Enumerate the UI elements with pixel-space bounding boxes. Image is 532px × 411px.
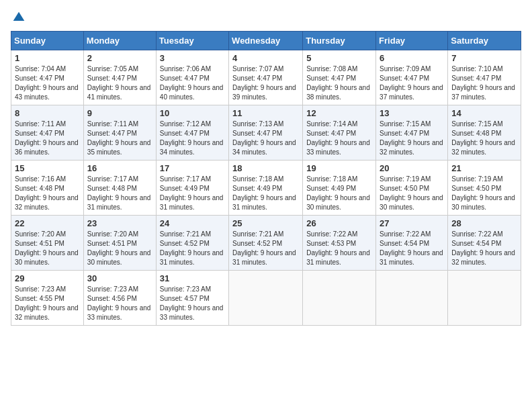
header-row: SundayMondayTuesdayWednesdayThursdayFrid… <box>11 32 521 50</box>
day-number: 16 <box>87 163 152 173</box>
day-info: Sunrise: 7:11 AM Sunset: 4:47 PM Dayligh… <box>87 120 151 156</box>
day-number: 29 <box>15 273 80 283</box>
day-cell: 17 Sunrise: 7:17 AM Sunset: 4:49 PM Dayl… <box>156 161 228 216</box>
page-header <box>11 11 521 24</box>
day-number: 28 <box>451 218 517 228</box>
day-info: Sunrise: 7:23 AM Sunset: 4:55 PM Dayligh… <box>15 285 79 321</box>
day-cell: 29 Sunrise: 7:23 AM Sunset: 4:55 PM Dayl… <box>11 271 84 326</box>
header-wednesday: Wednesday <box>229 32 303 50</box>
day-number: 27 <box>380 218 444 228</box>
day-number: 17 <box>160 163 225 173</box>
day-number: 8 <box>15 108 80 118</box>
day-cell: 9 Sunrise: 7:11 AM Sunset: 4:47 PM Dayli… <box>83 105 156 161</box>
day-cell: 31 Sunrise: 7:23 AM Sunset: 4:57 PM Dayl… <box>156 271 228 326</box>
day-number: 21 <box>451 163 517 173</box>
day-cell: 18 Sunrise: 7:18 AM Sunset: 4:49 PM Dayl… <box>229 161 303 216</box>
day-number: 26 <box>306 218 372 228</box>
day-number: 9 <box>87 108 152 118</box>
day-number: 23 <box>87 218 152 228</box>
day-number: 31 <box>160 273 225 283</box>
day-cell: 16 Sunrise: 7:17 AM Sunset: 4:48 PM Dayl… <box>83 161 156 216</box>
day-number: 2 <box>87 53 152 63</box>
day-info: Sunrise: 7:23 AM Sunset: 4:57 PM Dayligh… <box>160 285 224 321</box>
logo <box>11 11 26 24</box>
header-friday: Friday <box>376 32 448 50</box>
day-info: Sunrise: 7:22 AM Sunset: 4:54 PM Dayligh… <box>380 230 443 266</box>
day-info: Sunrise: 7:15 AM Sunset: 4:47 PM Dayligh… <box>380 120 443 156</box>
svg-marker-0 <box>13 12 25 21</box>
day-cell <box>303 271 376 326</box>
day-number: 5 <box>306 53 372 63</box>
day-info: Sunrise: 7:23 AM Sunset: 4:56 PM Dayligh… <box>87 285 151 321</box>
day-number: 15 <box>15 163 80 173</box>
week-row-2: 8 Sunrise: 7:11 AM Sunset: 4:47 PM Dayli… <box>11 105 521 161</box>
day-number: 11 <box>232 108 299 118</box>
day-info: Sunrise: 7:18 AM Sunset: 4:49 PM Dayligh… <box>306 175 370 211</box>
day-info: Sunrise: 7:07 AM Sunset: 4:47 PM Dayligh… <box>232 65 296 101</box>
day-cell: 26 Sunrise: 7:22 AM Sunset: 4:53 PM Dayl… <box>303 216 376 271</box>
day-info: Sunrise: 7:04 AM Sunset: 4:47 PM Dayligh… <box>15 65 79 101</box>
day-info: Sunrise: 7:18 AM Sunset: 4:49 PM Dayligh… <box>232 175 296 211</box>
day-info: Sunrise: 7:14 AM Sunset: 4:47 PM Dayligh… <box>306 120 370 156</box>
day-cell: 2 Sunrise: 7:05 AM Sunset: 4:47 PM Dayli… <box>83 50 156 105</box>
day-number: 10 <box>160 108 225 118</box>
day-cell: 28 Sunrise: 7:22 AM Sunset: 4:54 PM Dayl… <box>448 216 521 271</box>
day-cell: 12 Sunrise: 7:14 AM Sunset: 4:47 PM Dayl… <box>303 105 376 161</box>
header-monday: Monday <box>83 32 156 50</box>
day-info: Sunrise: 7:12 AM Sunset: 4:47 PM Dayligh… <box>160 120 224 156</box>
day-cell: 27 Sunrise: 7:22 AM Sunset: 4:54 PM Dayl… <box>376 216 448 271</box>
day-cell: 25 Sunrise: 7:21 AM Sunset: 4:52 PM Dayl… <box>229 216 303 271</box>
day-info: Sunrise: 7:15 AM Sunset: 4:48 PM Dayligh… <box>451 120 515 156</box>
day-number: 22 <box>15 218 80 228</box>
header-thursday: Thursday <box>303 32 376 50</box>
day-number: 12 <box>306 108 372 118</box>
header-tuesday: Tuesday <box>156 32 228 50</box>
day-cell: 1 Sunrise: 7:04 AM Sunset: 4:47 PM Dayli… <box>11 50 84 105</box>
day-number: 24 <box>160 218 225 228</box>
day-number: 1 <box>15 53 80 63</box>
week-row-3: 15 Sunrise: 7:16 AM Sunset: 4:48 PM Dayl… <box>11 161 521 216</box>
day-number: 30 <box>87 273 152 283</box>
day-cell: 23 Sunrise: 7:20 AM Sunset: 4:51 PM Dayl… <box>83 216 156 271</box>
day-info: Sunrise: 7:06 AM Sunset: 4:47 PM Dayligh… <box>160 65 224 101</box>
day-cell: 30 Sunrise: 7:23 AM Sunset: 4:56 PM Dayl… <box>83 271 156 326</box>
day-info: Sunrise: 7:21 AM Sunset: 4:52 PM Dayligh… <box>160 230 224 266</box>
day-cell <box>376 271 448 326</box>
day-info: Sunrise: 7:17 AM Sunset: 4:49 PM Dayligh… <box>160 175 224 211</box>
day-info: Sunrise: 7:08 AM Sunset: 4:47 PM Dayligh… <box>306 65 370 101</box>
day-cell: 7 Sunrise: 7:10 AM Sunset: 4:47 PM Dayli… <box>448 50 521 105</box>
day-number: 18 <box>232 163 299 173</box>
day-info: Sunrise: 7:10 AM Sunset: 4:47 PM Dayligh… <box>451 65 515 101</box>
day-number: 13 <box>380 108 444 118</box>
day-cell: 10 Sunrise: 7:12 AM Sunset: 4:47 PM Dayl… <box>156 105 228 161</box>
day-cell: 14 Sunrise: 7:15 AM Sunset: 4:48 PM Dayl… <box>448 105 521 161</box>
day-info: Sunrise: 7:09 AM Sunset: 4:47 PM Dayligh… <box>380 65 443 101</box>
day-cell: 21 Sunrise: 7:19 AM Sunset: 4:50 PM Dayl… <box>448 161 521 216</box>
week-row-1: 1 Sunrise: 7:04 AM Sunset: 4:47 PM Dayli… <box>11 50 521 105</box>
day-cell: 8 Sunrise: 7:11 AM Sunset: 4:47 PM Dayli… <box>11 105 84 161</box>
day-info: Sunrise: 7:20 AM Sunset: 4:51 PM Dayligh… <box>87 230 151 266</box>
week-row-5: 29 Sunrise: 7:23 AM Sunset: 4:55 PM Dayl… <box>11 271 521 326</box>
day-info: Sunrise: 7:17 AM Sunset: 4:48 PM Dayligh… <box>87 175 151 211</box>
header-saturday: Saturday <box>448 32 521 50</box>
day-info: Sunrise: 7:20 AM Sunset: 4:51 PM Dayligh… <box>15 230 79 266</box>
logo-icon <box>12 11 26 24</box>
day-number: 6 <box>380 53 444 63</box>
day-cell: 4 Sunrise: 7:07 AM Sunset: 4:47 PM Dayli… <box>229 50 303 105</box>
day-cell: 20 Sunrise: 7:19 AM Sunset: 4:50 PM Dayl… <box>376 161 448 216</box>
day-number: 19 <box>306 163 372 173</box>
day-number: 20 <box>380 163 444 173</box>
day-number: 7 <box>451 53 517 63</box>
day-cell <box>448 271 521 326</box>
day-info: Sunrise: 7:11 AM Sunset: 4:47 PM Dayligh… <box>15 120 79 156</box>
day-number: 25 <box>232 218 299 228</box>
week-row-4: 22 Sunrise: 7:20 AM Sunset: 4:51 PM Dayl… <box>11 216 521 271</box>
calendar-table: SundayMondayTuesdayWednesdayThursdayFrid… <box>11 31 521 326</box>
day-cell: 13 Sunrise: 7:15 AM Sunset: 4:47 PM Dayl… <box>376 105 448 161</box>
day-info: Sunrise: 7:16 AM Sunset: 4:48 PM Dayligh… <box>15 175 79 211</box>
day-cell: 11 Sunrise: 7:13 AM Sunset: 4:47 PM Dayl… <box>229 105 303 161</box>
day-cell: 22 Sunrise: 7:20 AM Sunset: 4:51 PM Dayl… <box>11 216 84 271</box>
day-number: 3 <box>160 53 225 63</box>
day-info: Sunrise: 7:19 AM Sunset: 4:50 PM Dayligh… <box>380 175 443 211</box>
day-info: Sunrise: 7:13 AM Sunset: 4:47 PM Dayligh… <box>232 120 296 156</box>
